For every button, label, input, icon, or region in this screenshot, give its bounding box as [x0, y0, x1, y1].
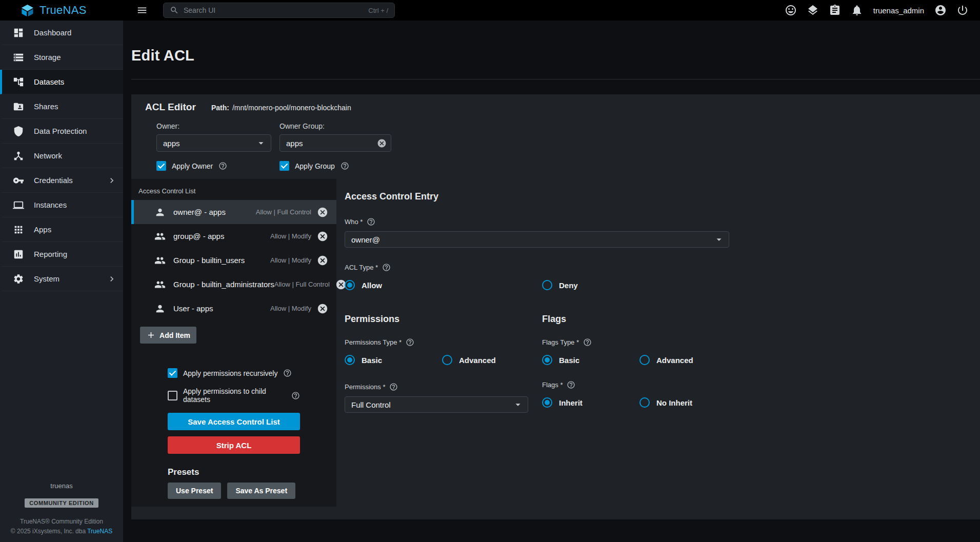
radio-button — [542, 280, 552, 290]
flags-type-basic-radio[interactable]: Basic — [542, 355, 639, 365]
flags-inherit-radio[interactable]: Inherit — [542, 397, 639, 408]
jobs-button[interactable] — [829, 4, 841, 16]
acl-type-deny-radio[interactable]: Deny — [542, 280, 739, 290]
datasets-tree-icon — [13, 76, 24, 88]
recursive-checkbox[interactable]: Apply permissions recursively — [168, 368, 300, 378]
search-icon — [170, 6, 179, 15]
acl-editor-title: ACL Editor — [145, 102, 196, 113]
sidebar: Dashboard Storage Datasets Shares Data P… — [0, 21, 123, 542]
help-icon[interactable] — [389, 383, 398, 391]
acl-entry-row[interactable]: User - apps Allow | Modify — [131, 296, 336, 320]
search-bar[interactable]: Ctrl + / — [163, 3, 395, 18]
account-menu-button[interactable] — [934, 4, 947, 16]
save-as-preset-button[interactable]: Save As Preset — [227, 483, 295, 499]
checkbox-box — [156, 161, 166, 171]
strip-acl-button[interactable]: Strip ACL — [168, 436, 300, 454]
checkbox-label: Apply permissions recursively — [183, 369, 277, 377]
acl-list-title: Access Control List — [131, 185, 336, 200]
flags-type-advanced-radio[interactable]: Advanced — [639, 355, 737, 365]
alerts-button[interactable] — [851, 4, 863, 16]
acl-entry-row[interactable]: Group - builtin_users Allow | Modify — [131, 248, 336, 272]
who-select[interactable]: owner@ — [345, 231, 729, 248]
sidebar-item-label: Shares — [34, 102, 58, 111]
sidebar-item-instances[interactable]: Instances — [0, 193, 123, 217]
laptop-icon — [13, 199, 24, 211]
who-select-value: owner@ — [351, 235, 380, 244]
acl-entry-row[interactable]: Group - builtin_administrators Allow | F… — [131, 272, 336, 296]
acl-entry-row[interactable]: group@ - apps Allow | Modify — [131, 224, 336, 248]
help-icon[interactable] — [583, 338, 592, 347]
add-item-button[interactable]: Add Item — [140, 327, 196, 344]
acl-entry-row[interactable]: owner@ - apps Allow | Full Control — [131, 200, 336, 224]
sidebar-item-label: Instances — [34, 200, 67, 209]
help-icon[interactable] — [382, 263, 391, 272]
permissions-type-basic-radio[interactable]: Basic — [345, 355, 442, 365]
permissions-type-label: Permissions Type * — [345, 338, 402, 346]
truenas-link[interactable]: TrueNAS — [87, 528, 112, 535]
acl-type-label: ACL Type * — [345, 264, 378, 271]
apply-owner-checkbox[interactable]: Apply Owner — [156, 161, 279, 171]
owner-select[interactable]: apps — [156, 134, 271, 152]
truenas-logo[interactable]: TrueNAS — [0, 4, 123, 17]
delete-entry-icon[interactable] — [317, 207, 328, 218]
copyright-text: © 2025 iXsystems, Inc. dba TrueNAS — [0, 528, 123, 535]
sidebar-item-shares[interactable]: Shares — [0, 94, 123, 119]
sidebar-item-data-protection[interactable]: Data Protection — [0, 119, 123, 144]
child-datasets-checkbox[interactable]: Apply permissions to child datasets — [168, 387, 300, 404]
hamburger-icon — [136, 5, 148, 16]
sidebar-item-datasets[interactable]: Datasets — [0, 70, 123, 94]
sidebar-item-reporting[interactable]: Reporting — [0, 242, 123, 267]
delete-entry-icon[interactable] — [317, 255, 328, 266]
permissions-label-row: Permissions * — [345, 383, 542, 391]
apps-grid-icon — [13, 224, 24, 235]
acl-type-label-row: ACL Type * — [345, 263, 980, 272]
acl-entry-who: User - apps — [173, 304, 213, 313]
flags-type-label-row: Flags Type * — [542, 338, 739, 347]
chevron-right-icon — [107, 175, 117, 186]
menu-toggle-button[interactable] — [136, 5, 148, 16]
help-icon[interactable] — [406, 338, 414, 347]
status-button[interactable] — [807, 4, 819, 16]
radio-button — [345, 355, 355, 365]
sidebar-item-network[interactable]: Network — [0, 144, 123, 168]
help-icon[interactable] — [283, 369, 292, 377]
key-icon — [13, 175, 24, 186]
delete-entry-icon[interactable] — [317, 231, 328, 242]
sidebar-item-apps[interactable]: Apps — [0, 217, 123, 242]
search-input[interactable] — [184, 6, 364, 14]
sidebar-item-dashboard[interactable]: Dashboard — [0, 21, 123, 45]
bar-chart-icon — [13, 249, 24, 260]
help-icon[interactable] — [367, 217, 375, 226]
acl-type-allow-radio[interactable]: Allow — [345, 280, 542, 290]
ace-title: Access Control Entry — [345, 191, 980, 202]
sidebar-item-storage[interactable]: Storage — [0, 45, 123, 70]
help-icon[interactable] — [341, 162, 349, 170]
apply-group-checkbox[interactable]: Apply Group — [279, 161, 403, 171]
help-icon[interactable] — [567, 380, 575, 389]
dashboard-icon — [13, 27, 24, 38]
delete-entry-icon[interactable] — [317, 303, 328, 314]
help-icon[interactable] — [291, 391, 300, 400]
acl-entry-perm: Allow | Modify — [270, 232, 311, 240]
sidebar-item-label: Storage — [34, 53, 61, 62]
truenas-logo-text: TrueNAS — [39, 4, 87, 17]
use-preset-button[interactable]: Use Preset — [168, 483, 221, 499]
owner-group-input[interactable]: apps — [279, 134, 391, 152]
sidebar-item-system[interactable]: System — [0, 267, 123, 291]
flags-no-inherit-radio[interactable]: No Inherit — [639, 397, 737, 408]
permissions-section: Permissions Permissions Type * Basic — [345, 314, 542, 413]
user-icon — [154, 207, 166, 218]
acl-list-panel: Access Control List owner@ - apps Allow … — [131, 179, 336, 507]
help-icon[interactable] — [218, 162, 227, 170]
feedback-button[interactable] — [785, 4, 797, 16]
sidebar-item-label: Apps — [34, 225, 51, 234]
radio-button — [542, 355, 552, 365]
permissions-type-advanced-radio[interactable]: Advanced — [442, 355, 539, 365]
permissions-select[interactable]: Full Control — [345, 396, 528, 413]
sidebar-item-credentials[interactable]: Credentials — [0, 168, 123, 193]
acl-entry-who: owner@ - apps — [173, 208, 226, 216]
power-menu-button[interactable] — [956, 4, 969, 16]
clear-icon[interactable] — [377, 138, 387, 148]
save-acl-button[interactable]: Save Access Control List — [168, 413, 300, 430]
shared-folder-icon — [13, 101, 24, 112]
